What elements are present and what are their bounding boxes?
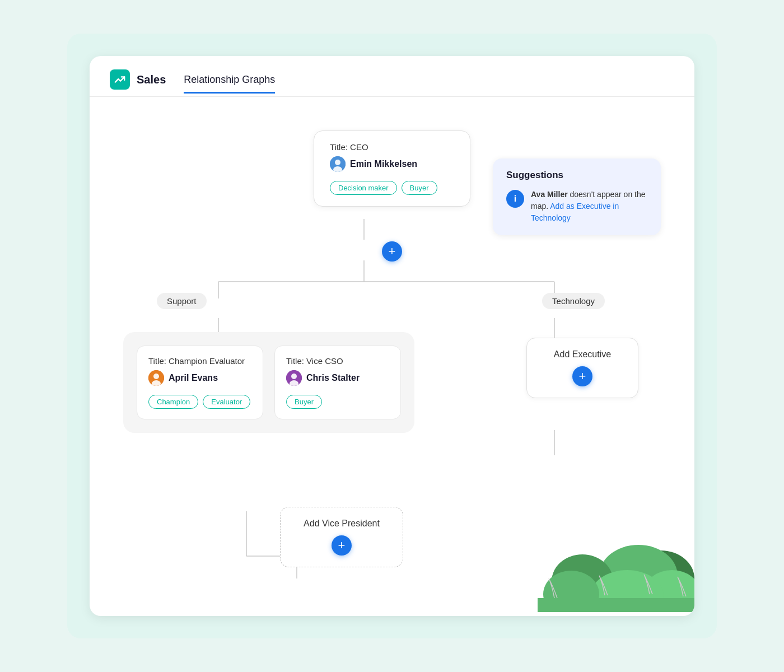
- add-executive-button[interactable]: +: [572, 366, 592, 386]
- support-group: Title: Champion Evaluator April Evans: [123, 332, 414, 433]
- avatar-chris: [286, 370, 302, 386]
- add-node-button-ceo[interactable]: +: [382, 241, 402, 262]
- tag-evaluator[interactable]: Evaluator: [203, 395, 250, 409]
- svg-rect-28: [538, 598, 694, 612]
- dept-support-label: Support: [157, 293, 207, 309]
- add-vp-button[interactable]: +: [332, 535, 352, 556]
- svg-point-16: [153, 374, 159, 379]
- chris-name: Chris Stalter: [306, 373, 360, 383]
- suggestions-panel: Suggestions i Ava Miller doesn't appear …: [493, 158, 661, 235]
- tag-buyer-ceo[interactable]: Buyer: [402, 181, 437, 195]
- chris-tags: Buyer: [286, 395, 389, 409]
- ceo-name: Emin Mikkelsen: [350, 159, 417, 169]
- chris-node: Title: Vice CSO Chris Stalter Buyer: [274, 346, 401, 419]
- add-executive-node: Add Executive +: [526, 338, 638, 398]
- ceo-tags: Decision maker Buyer: [330, 181, 454, 195]
- outer-container: Sales Relationship Graphs: [67, 34, 717, 638]
- tag-champion[interactable]: Champion: [148, 395, 198, 409]
- april-tags: Champion Evaluator: [148, 395, 251, 409]
- april-person: April Evans: [148, 370, 251, 386]
- suggestion-text: Ava Miller doesn't appear on the map. Ad…: [531, 189, 647, 224]
- header: Sales Relationship Graphs: [90, 56, 694, 90]
- grass-decoration: [538, 511, 694, 612]
- svg-point-13: [335, 160, 340, 165]
- avatar-emin: [330, 156, 346, 172]
- avatar-april: [148, 370, 164, 386]
- inner-card: Sales Relationship Graphs: [90, 56, 694, 616]
- svg-point-19: [291, 374, 297, 379]
- chris-title: Title: Vice CSO: [286, 356, 389, 366]
- suggestion-item: i Ava Miller doesn't appear on the map. …: [506, 189, 647, 224]
- add-vp-label: Add Vice President: [296, 519, 387, 529]
- april-node: Title: Champion Evaluator April Evans: [137, 346, 263, 419]
- ceo-title: Title: CEO: [330, 142, 454, 152]
- sales-icon: [110, 69, 130, 90]
- dept-technology-label: Technology: [542, 293, 605, 309]
- tag-decision-maker[interactable]: Decision maker: [330, 181, 397, 195]
- sales-title: Sales: [137, 73, 166, 86]
- ceo-node: Title: CEO Emin Mikkelsen Decision maker…: [314, 130, 470, 207]
- suggestions-title: Suggestions: [506, 170, 647, 181]
- info-icon: i: [506, 190, 524, 208]
- add-vp-node: Add Vice President +: [280, 507, 403, 567]
- tag-buyer-chris[interactable]: Buyer: [286, 395, 322, 409]
- ceo-person: Emin Mikkelsen: [330, 156, 454, 172]
- tab-relationship-graphs[interactable]: Relationship Graphs: [184, 74, 275, 86]
- april-title: Title: Champion Evaluator: [148, 356, 251, 366]
- april-name: April Evans: [169, 373, 218, 383]
- content-area: Title: CEO Emin Mikkelsen Decision maker…: [90, 97, 694, 612]
- chris-person: Chris Stalter: [286, 370, 389, 386]
- add-executive-label: Add Executive: [543, 349, 622, 360]
